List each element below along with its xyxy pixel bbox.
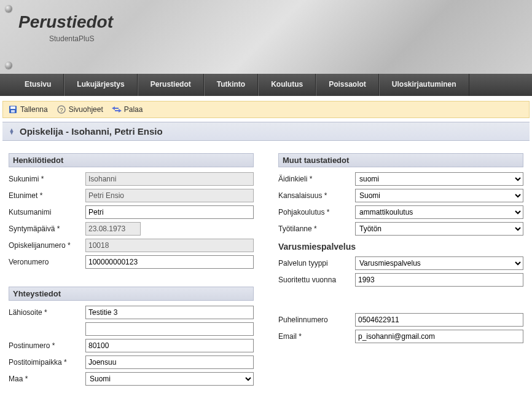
select-aidinkieli[interactable]: suomi (355, 172, 523, 186)
group-taustatiedot: Muut taustatiedot (278, 153, 523, 167)
app-subtitle: StudentaPluS (49, 34, 532, 43)
label-tyotilanne: Työtilanne * (278, 224, 355, 233)
label-veronumero: Veronumero (9, 258, 85, 266)
label-kutsumanimi: Kutsumanimi (9, 208, 85, 216)
label-palvelutyyppi: Palvelun tyyppi (278, 259, 355, 268)
input-veronumero[interactable] (85, 255, 254, 269)
save-icon (8, 105, 18, 114)
label-postinumero: Postinumero * (9, 341, 85, 350)
group-varusmiespalvelus: Varusmiespalvelus (278, 242, 523, 252)
help-icon: ? (57, 105, 66, 114)
rivet-decoration (5, 5, 12, 12)
back-icon (112, 105, 122, 114)
label-kansalaisuus: Kansalaisuus * (278, 191, 355, 200)
section-header[interactable]: ▲▼ Opiskelija - Isohanni, Petri Ensio (2, 122, 530, 141)
back-button[interactable]: Palaa (112, 105, 143, 114)
header-banner: Perustiedot StudentaPluS (0, 0, 532, 74)
label-puhelin: Puhelinnumero (278, 316, 355, 324)
main-nav: Etusivu Lukujärjestys Perustiedot Tutkin… (0, 74, 532, 96)
nav-lukujarjestys[interactable]: Lukujärjestys (64, 74, 137, 96)
nav-etusivu[interactable]: Etusivu (0, 74, 64, 96)
save-label: Tallenna (20, 105, 48, 114)
label-aidinkieli: Äidinkieli * (278, 175, 355, 183)
svg-rect-2 (11, 110, 15, 113)
nav-perustiedot[interactable]: Perustiedot (138, 74, 204, 96)
save-button[interactable]: Tallenna (8, 105, 48, 114)
input-email[interactable] (355, 330, 523, 343)
label-suoritettu: Suoritettu vuonna (278, 276, 355, 284)
toolbar: Tallenna ? Sivuohjeet Palaa (2, 101, 530, 118)
group-yhteystiedot: Yhteystiedot (9, 287, 254, 301)
svg-text:?: ? (60, 107, 63, 113)
form-content: Henkilötiedot Sukunimi * Etunimet * Kuts… (0, 141, 532, 395)
page-title: Perustiedot (18, 12, 532, 32)
label-syntymapaiva: Syntymäpäivä * (9, 224, 85, 233)
input-puhelin[interactable] (355, 313, 523, 327)
input-sukunimi (85, 172, 254, 186)
nav-uloskirjautuminen[interactable]: Uloskirjautuminen (379, 74, 469, 96)
select-maa[interactable]: Suomi (85, 372, 254, 386)
back-label: Palaa (124, 105, 143, 114)
select-kansalaisuus[interactable]: Suomi (355, 189, 523, 202)
section-title: Opiskelija - Isohanni, Petri Ensio (20, 126, 163, 137)
label-lahiosoite: Lähiosoite * (9, 308, 85, 317)
select-pohjakoulutus[interactable]: ammattikoulutus (355, 205, 523, 219)
input-suoritettu[interactable] (355, 273, 523, 287)
label-etunimet: Etunimet * (9, 191, 85, 200)
input-kutsumanimi[interactable] (85, 205, 254, 219)
group-henkilotiedot: Henkilötiedot (9, 153, 254, 167)
label-maa: Maa * (9, 375, 85, 383)
nav-tutkinto[interactable]: Tutkinto (204, 74, 258, 96)
collapse-icon: ▲▼ (7, 127, 16, 136)
label-postitoimipaikka: Postitoimipaikka * (9, 358, 85, 367)
input-lahiosoite2[interactable] (85, 322, 254, 336)
help-label: Sivuohjeet (69, 105, 103, 114)
nav-poissaolot[interactable]: Poissaolot (316, 74, 379, 96)
label-sukunimi: Sukunimi * (9, 175, 85, 183)
input-opnum (85, 239, 254, 252)
label-opnum: Opiskelijanumero * (9, 241, 85, 250)
input-etunimet (85, 189, 254, 202)
nav-koulutus[interactable]: Koulutus (258, 74, 316, 96)
help-button[interactable]: ? Sivuohjeet (57, 105, 103, 114)
input-syntymapaiva (85, 222, 141, 236)
input-postinumero[interactable] (85, 339, 254, 352)
rivet-decoration (5, 62, 12, 69)
input-postitoimipaikka[interactable] (85, 355, 254, 369)
label-pohjakoulutus: Pohjakoulutus * (278, 208, 355, 216)
select-tyotilanne[interactable]: Työtön (355, 222, 523, 236)
svg-rect-1 (10, 106, 15, 109)
input-lahiosoite[interactable] (85, 306, 254, 319)
right-column: Muut taustatiedot Äidinkieli * suomi Kan… (278, 153, 523, 389)
label-email: Email * (278, 332, 355, 341)
select-palvelutyyppi[interactable]: Varusmiespalvelus (355, 256, 523, 270)
left-column: Henkilötiedot Sukunimi * Etunimet * Kuts… (9, 153, 254, 389)
